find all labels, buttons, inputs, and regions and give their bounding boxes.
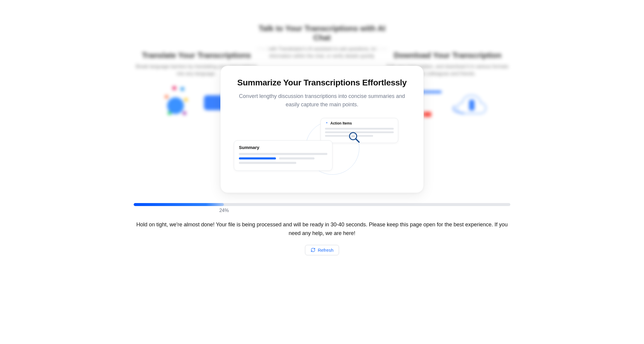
bg-subtitle: Chat with Transkriptor's AI assistant to… [250, 45, 394, 60]
highlight-line [239, 157, 276, 159]
magnifier-icon [348, 131, 360, 143]
svg-point-3 [183, 111, 186, 115]
svg-rect-12 [469, 100, 474, 110]
svg-rect-11 [423, 112, 431, 117]
action-items-card: Action Items [321, 118, 398, 143]
bg-title: Translate Your Transcriptions [134, 51, 259, 60]
text-line [325, 128, 394, 130]
refresh-button[interactable]: Refresh [305, 245, 339, 255]
progress-bar [134, 203, 510, 206]
summarize-illustration: Action Items Summary [234, 118, 410, 178]
refresh-label: Refresh [318, 248, 334, 253]
svg-point-4 [184, 98, 188, 102]
text-line [279, 157, 314, 159]
svg-point-1 [165, 95, 168, 99]
svg-point-2 [168, 111, 171, 115]
bg-title: Talk to Your Transcriptions with AI Chat [250, 24, 394, 42]
feature-card-summarize: Summarize Your Transcriptions Effortless… [220, 66, 424, 193]
processing-status-text: Hold on tight, we're almost done! Your f… [134, 220, 510, 238]
feature-subtitle: Convert lengthy discussion transcription… [234, 92, 410, 109]
globe-icon [162, 85, 198, 121]
summary-label: Summary [239, 145, 327, 150]
progress-percent: 24% [219, 208, 229, 213]
feature-carousel: Talk to Your Transcriptions with AI Chat… [113, 12, 531, 185]
svg-line-15 [356, 139, 359, 142]
svg-rect-6 [181, 87, 184, 91]
sparkle-icon [325, 122, 329, 125]
progress-fill [134, 203, 224, 206]
svg-rect-14 [351, 135, 355, 137]
progress-section: 24% Hold on tight, we're almost done! Yo… [134, 203, 510, 255]
text-line [239, 162, 296, 164]
action-items-label: Action Items [330, 121, 352, 125]
svg-rect-5 [173, 86, 176, 90]
text-line [239, 153, 327, 155]
refresh-icon [311, 248, 315, 252]
bg-title: Download Your Transcription [385, 51, 510, 60]
summary-card: Summary [234, 140, 332, 171]
feature-title: Summarize Your Transcriptions Effortless… [234, 78, 410, 87]
